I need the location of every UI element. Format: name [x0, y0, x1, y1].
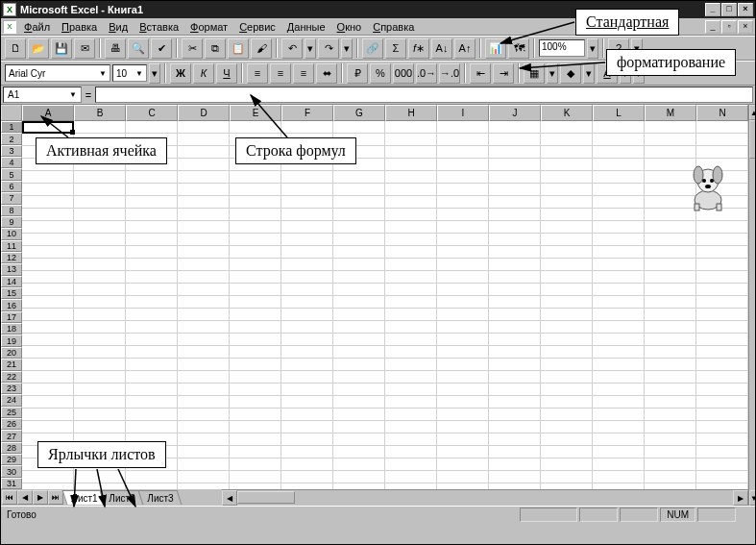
- cell[interactable]: [178, 409, 230, 421]
- cell[interactable]: [645, 483, 696, 489]
- cell[interactable]: [385, 396, 437, 409]
- cell[interactable]: [593, 384, 645, 396]
- cell[interactable]: [74, 396, 126, 409]
- cell[interactable]: [593, 409, 645, 421]
- cell[interactable]: [126, 346, 178, 359]
- column-header-L[interactable]: L: [593, 105, 645, 121]
- cell[interactable]: [541, 421, 593, 434]
- cell[interactable]: [696, 471, 748, 483]
- cell[interactable]: [281, 471, 333, 483]
- cell[interactable]: [230, 471, 281, 483]
- cell[interactable]: [645, 446, 696, 458]
- cell[interactable]: [437, 446, 489, 458]
- cell[interactable]: [281, 409, 333, 421]
- cell[interactable]: [178, 396, 230, 409]
- v-scroll-thumb[interactable]: [749, 120, 756, 159]
- cell[interactable]: [126, 384, 178, 396]
- cell[interactable]: [489, 184, 541, 196]
- cell[interactable]: [74, 221, 126, 234]
- cell[interactable]: [645, 284, 696, 296]
- row-header-17[interactable]: 17: [1, 311, 22, 323]
- cell[interactable]: [22, 234, 74, 246]
- cell[interactable]: [178, 284, 230, 296]
- map-button[interactable]: 🗺: [508, 38, 529, 59]
- font-size-combo[interactable]: 10 ▼: [112, 64, 147, 82]
- cell[interactable]: [230, 409, 281, 421]
- cell[interactable]: [230, 371, 281, 384]
- cut-button[interactable]: ✂: [182, 38, 203, 59]
- cell[interactable]: [385, 309, 437, 321]
- cell[interactable]: [437, 458, 489, 471]
- cell[interactable]: [333, 483, 385, 489]
- align-right-button[interactable]: ≡: [293, 63, 314, 84]
- cell[interactable]: [126, 271, 178, 284]
- menu-справка[interactable]: Справка: [367, 20, 420, 34]
- cell[interactable]: [333, 458, 385, 471]
- cell[interactable]: [696, 458, 748, 471]
- menu-данные[interactable]: Данные: [281, 20, 331, 34]
- cell[interactable]: [437, 421, 489, 434]
- cell[interactable]: [281, 309, 333, 321]
- cell[interactable]: [541, 384, 593, 396]
- cell[interactable]: [541, 346, 593, 359]
- cell[interactable]: [333, 171, 385, 184]
- cell[interactable]: [437, 146, 489, 159]
- cell[interactable]: [696, 121, 748, 134]
- cell[interactable]: [385, 434, 437, 446]
- cell[interactable]: [178, 259, 230, 271]
- sort-desc-button[interactable]: A↑: [454, 38, 476, 59]
- cell[interactable]: [74, 483, 126, 489]
- cell[interactable]: [541, 284, 593, 296]
- cell[interactable]: [281, 296, 333, 309]
- cell[interactable]: [74, 246, 126, 259]
- cell[interactable]: [696, 321, 748, 334]
- cell[interactable]: [593, 371, 645, 384]
- cell[interactable]: [489, 259, 541, 271]
- cell[interactable]: [437, 259, 489, 271]
- cell[interactable]: [489, 171, 541, 184]
- cell[interactable]: [385, 321, 437, 334]
- underline-button[interactable]: Ч: [216, 63, 237, 84]
- select-all-corner[interactable]: [1, 105, 22, 121]
- decrease-indent-button[interactable]: ⇤: [470, 63, 491, 84]
- cell[interactable]: [696, 246, 748, 259]
- cell[interactable]: [437, 246, 489, 259]
- cell[interactable]: [281, 421, 333, 434]
- cell[interactable]: [281, 446, 333, 458]
- cell[interactable]: [385, 134, 437, 146]
- cell[interactable]: [437, 271, 489, 284]
- cell[interactable]: [541, 271, 593, 284]
- cell[interactable]: [489, 346, 541, 359]
- cell[interactable]: [126, 321, 178, 334]
- merge-center-button[interactable]: ⬌: [316, 63, 337, 84]
- cell[interactable]: [645, 471, 696, 483]
- cell[interactable]: [489, 396, 541, 409]
- cell[interactable]: [74, 346, 126, 359]
- cell[interactable]: [593, 246, 645, 259]
- cell[interactable]: [22, 421, 74, 434]
- cell[interactable]: [437, 334, 489, 346]
- cell[interactable]: [385, 409, 437, 421]
- cell[interactable]: [593, 421, 645, 434]
- chart-button[interactable]: 📊: [485, 38, 506, 59]
- cell[interactable]: [74, 321, 126, 334]
- cell[interactable]: [593, 159, 645, 171]
- cell[interactable]: [385, 171, 437, 184]
- cell[interactable]: [22, 396, 74, 409]
- cell[interactable]: [333, 284, 385, 296]
- cell[interactable]: [541, 434, 593, 446]
- align-left-button[interactable]: ≡: [247, 63, 268, 84]
- cell[interactable]: [230, 209, 281, 221]
- cell[interactable]: [74, 359, 126, 371]
- cell[interactable]: [178, 334, 230, 346]
- cell[interactable]: [541, 446, 593, 458]
- font-combo[interactable]: Arial Cyr ▼: [5, 64, 110, 82]
- maximize-button[interactable]: □: [721, 3, 737, 16]
- cell[interactable]: [281, 321, 333, 334]
- cell[interactable]: [645, 371, 696, 384]
- cell[interactable]: [489, 196, 541, 209]
- cell[interactable]: [696, 384, 748, 396]
- cell[interactable]: [333, 121, 385, 134]
- scroll-up-button[interactable]: ▲: [749, 105, 756, 120]
- comma-button[interactable]: 000: [393, 63, 414, 84]
